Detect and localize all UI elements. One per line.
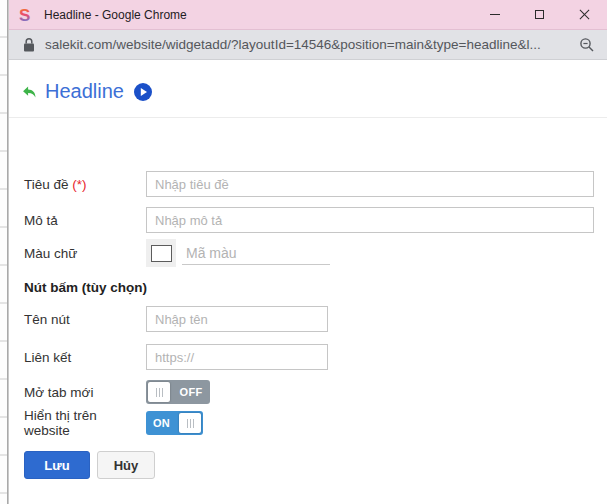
show-on-website-toggle-row: Hiển thị trên website ON [24,408,601,438]
text-color-field-row: Màu chữ [24,239,601,267]
color-code-input[interactable] [182,241,330,265]
save-button[interactable]: Lưu [24,451,90,479]
toggle-state-label: ON [146,417,177,429]
url-text[interactable]: salekit.com/website/widgetadd/?layoutId=… [45,37,579,52]
minimize-icon [490,14,500,15]
color-picker[interactable] [146,239,176,267]
lock-icon [23,37,35,52]
link-input[interactable] [146,344,328,370]
color-swatch[interactable] [151,245,172,262]
new-tab-toggle-label: Mở tab mới [24,385,146,400]
window-titlebar: S Headline - Google Chrome [9,0,607,30]
close-button[interactable] [562,0,607,29]
popup-window: S Headline - Google Chrome salekit.com/w… [8,0,607,504]
title-field-row: Tiêu đề (*) [24,171,601,197]
toggle-grip-icon [179,413,201,433]
back-arrow-icon[interactable] [21,84,38,100]
description-field-row: Mô tả [24,207,601,233]
maximize-icon [535,10,544,19]
page-title: Headline [45,80,124,103]
title-field-label: Tiêu đề (*) [24,177,146,192]
cancel-button[interactable]: Hủy [97,451,155,479]
address-bar: salekit.com/website/widgetadd/?layoutId=… [9,30,607,60]
widget-form: Tiêu đề (*) Mô tả Màu chữ Nút bấm (tùy c… [9,118,607,504]
background-page-strip [0,0,8,504]
title-input[interactable] [146,171,594,197]
form-actions-row: Lưu Hủy [24,451,601,479]
svg-text:S: S [19,6,30,25]
button-name-input[interactable] [146,306,328,332]
window-title: Headline - Google Chrome [44,8,472,22]
page-header: Headline [9,60,607,117]
salekit-logo-icon: S [18,5,36,25]
button-section-heading: Nút bấm (tùy chọn) [24,280,147,295]
button-section-row: Nút bấm (tùy chọn) [24,280,601,295]
link-field-label: Liên kết [24,350,146,365]
toggle-grip-icon [148,382,170,402]
description-field-label: Mô tả [24,213,146,228]
new-tab-toggle-row: Mở tab mới OFF [24,380,601,404]
button-name-field-label: Tên nút [24,312,146,327]
window-controls [472,0,607,29]
button-name-field-row: Tên nút [24,306,601,332]
new-tab-toggle[interactable]: OFF [146,380,210,404]
minimize-button[interactable] [472,0,517,29]
maximize-button[interactable] [517,0,562,29]
zoom-icon[interactable] [579,37,595,53]
close-icon [579,9,590,20]
description-input[interactable] [146,207,594,233]
link-field-row: Liên kết [24,344,601,370]
text-color-field-label: Màu chữ [24,246,146,261]
toggle-state-label: OFF [172,386,210,398]
required-mark: (*) [72,177,86,192]
play-circle-icon[interactable] [134,83,152,101]
show-on-website-toggle[interactable]: ON [146,411,203,435]
show-on-website-toggle-label: Hiển thị trên website [24,408,146,438]
